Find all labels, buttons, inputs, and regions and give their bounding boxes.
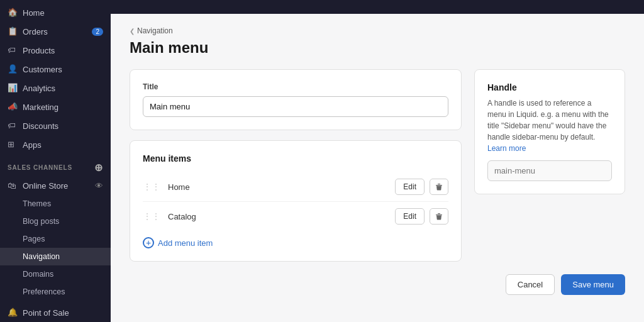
online-store-icon: 🛍 bbox=[8, 180, 18, 191]
svg-rect-2 bbox=[436, 214, 442, 215]
analytics-icon: 📊 bbox=[8, 83, 18, 93]
sidebar-item-customers[interactable]: 👤 Customers bbox=[0, 60, 111, 79]
sidebar-item-navigation[interactable]: Navigation bbox=[0, 248, 111, 265]
top-bar bbox=[111, 0, 644, 14]
sidebar-item-pages[interactable]: Pages bbox=[0, 230, 111, 248]
sidebar-item-products[interactable]: 🏷 Products bbox=[0, 41, 111, 60]
sidebar-item-label: Apps bbox=[23, 140, 42, 150]
orders-badge: 2 bbox=[92, 28, 103, 36]
point-of-sale-label: Point of Sale bbox=[23, 308, 69, 318]
apps-icon: ⊞ bbox=[8, 140, 18, 150]
point-of-sale-icon: 🔔 bbox=[8, 308, 18, 318]
sidebar-item-label: Marketing bbox=[23, 103, 58, 112]
menu-item-name-catalog: Catalog bbox=[168, 212, 390, 221]
sidebar-item-apps[interactable]: ⊞ Apps bbox=[0, 135, 111, 154]
side-column: Handle A handle is used to reference a m… bbox=[474, 69, 625, 194]
edit-catalog-button[interactable]: Edit bbox=[395, 208, 425, 225]
sidebar-item-blog-posts[interactable]: Blog posts bbox=[0, 213, 111, 230]
handle-description: A handle is used to reference a menu in … bbox=[487, 97, 612, 154]
sidebar-item-themes[interactable]: Themes bbox=[0, 195, 111, 213]
svg-rect-3 bbox=[438, 213, 440, 214]
view-store-icon[interactable]: 👁 bbox=[95, 181, 103, 191]
sidebar: 🏠 Home 📋 Orders 2 🏷 Products 👤 Customers… bbox=[0, 0, 111, 322]
title-card: Title bbox=[130, 69, 462, 130]
cancel-button[interactable]: Cancel bbox=[506, 274, 555, 295]
customers-icon: 👤 bbox=[8, 64, 18, 74]
sidebar-item-marketing[interactable]: 📣 Marketing bbox=[0, 97, 111, 116]
discounts-icon: 🏷 bbox=[8, 121, 18, 131]
sidebar-item-label: Orders bbox=[23, 27, 48, 36]
add-icon: + bbox=[143, 237, 154, 248]
menu-items-card: Menu items ⋮⋮ Home Edit bbox=[130, 140, 462, 262]
menu-item-row: ⋮⋮ Catalog Edit bbox=[143, 202, 448, 231]
edit-home-button[interactable]: Edit bbox=[395, 179, 425, 195]
add-menu-item-button[interactable]: + Add menu item bbox=[143, 237, 213, 248]
title-input[interactable] bbox=[143, 96, 448, 117]
products-icon: 🏷 bbox=[8, 45, 18, 55]
delete-home-button[interactable] bbox=[430, 179, 448, 195]
breadcrumb: ❮ Navigation bbox=[130, 26, 625, 35]
learn-more-link[interactable]: Learn more bbox=[487, 144, 526, 153]
home-icon: 🏠 bbox=[8, 8, 18, 18]
trash-icon bbox=[435, 182, 443, 191]
sidebar-item-label: Customers bbox=[23, 65, 62, 74]
handle-card: Handle A handle is used to reference a m… bbox=[474, 69, 625, 194]
drag-handle-catalog[interactable]: ⋮⋮ bbox=[143, 211, 160, 221]
sidebar-item-orders[interactable]: 📋 Orders 2 bbox=[0, 22, 111, 41]
sidebar-item-online-store[interactable]: 🛍 Online Store 👁 bbox=[0, 176, 111, 195]
sidebar-item-discounts[interactable]: 🏷 Discounts bbox=[0, 116, 111, 135]
sidebar-item-point-of-sale[interactable]: 🔔 Point of Sale bbox=[0, 303, 111, 322]
svg-rect-0 bbox=[436, 185, 442, 186]
title-card-label: Title bbox=[143, 82, 448, 91]
menu-items-heading: Menu items bbox=[143, 153, 448, 164]
sidebar-item-analytics[interactable]: 📊 Analytics bbox=[0, 79, 111, 97]
main-area: ❮ Navigation Main menu Title Menu items … bbox=[111, 0, 644, 322]
sidebar-item-label: Home bbox=[23, 8, 45, 18]
add-sales-channel-icon[interactable]: ⊕ bbox=[94, 162, 103, 174]
menu-item-row: ⋮⋮ Home Edit bbox=[143, 172, 448, 202]
footer-actions: Cancel Save menu bbox=[130, 274, 625, 301]
delete-catalog-button[interactable] bbox=[430, 208, 448, 225]
two-col-layout: Title Menu items ⋮⋮ Home Edit bbox=[130, 69, 625, 262]
content-wrap: ❮ Navigation Main menu Title Menu items … bbox=[111, 14, 644, 322]
sidebar-item-domains[interactable]: Domains bbox=[0, 265, 111, 283]
online-store-label: Online Store bbox=[23, 181, 90, 191]
marketing-icon: 📣 bbox=[8, 102, 18, 112]
menu-item-name-home: Home bbox=[168, 182, 390, 192]
drag-handle-home[interactable]: ⋮⋮ bbox=[143, 182, 160, 192]
sidebar-item-home[interactable]: 🏠 Home bbox=[0, 3, 111, 22]
sidebar-item-label: Discounts bbox=[23, 121, 58, 131]
breadcrumb-parent[interactable]: Navigation bbox=[137, 26, 173, 35]
handle-title: Handle bbox=[487, 82, 612, 92]
sidebar-item-label: Analytics bbox=[23, 84, 55, 93]
main-column: Title Menu items ⋮⋮ Home Edit bbox=[130, 69, 462, 262]
trash-icon bbox=[435, 212, 443, 221]
handle-input[interactable] bbox=[487, 160, 612, 181]
sidebar-item-preferences[interactable]: Preferences bbox=[0, 283, 111, 301]
save-menu-button[interactable]: Save menu bbox=[561, 274, 625, 295]
page-title: Main menu bbox=[130, 39, 625, 57]
orders-icon: 📋 bbox=[8, 26, 18, 36]
sales-channels-section: SALES CHANNELS ⊕ bbox=[0, 154, 111, 176]
sidebar-item-label: Products bbox=[23, 46, 55, 55]
breadcrumb-arrow: ❮ bbox=[130, 28, 135, 35]
svg-rect-1 bbox=[438, 184, 440, 184]
